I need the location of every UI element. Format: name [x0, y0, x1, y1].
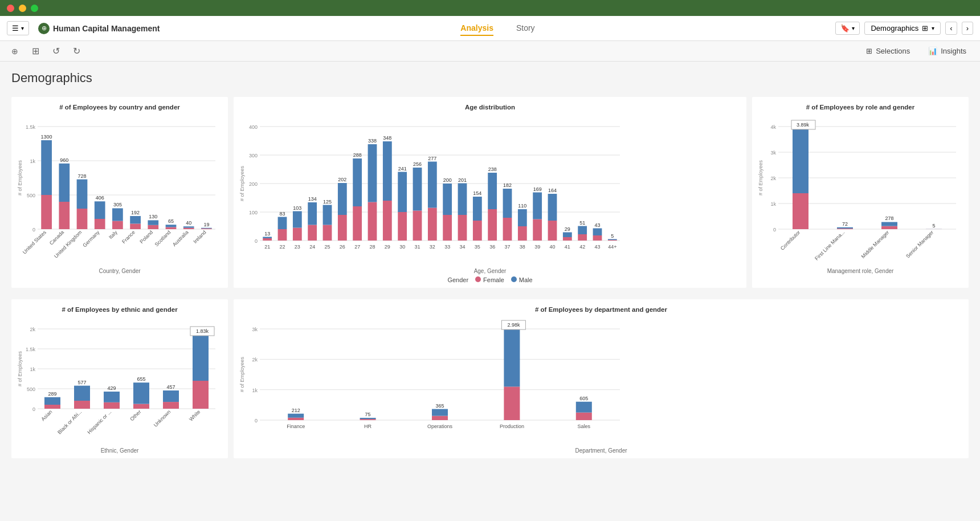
bookmark-button[interactable]: 🔖 ▾: [835, 22, 860, 35]
svg-rect-208: [133, 404, 149, 409]
bookmark-icon: 🔖: [840, 24, 850, 32]
svg-text:Finance: Finance: [287, 424, 305, 429]
svg-text:429: 429: [107, 385, 116, 391]
maximize-button[interactable]: [31, 5, 38, 12]
minimize-button[interactable]: [19, 5, 26, 12]
svg-rect-68: [293, 228, 302, 241]
svg-rect-132: [533, 219, 542, 241]
svg-rect-244: [504, 329, 520, 386]
role-gender-title: # of Employees by role and gender: [757, 104, 964, 111]
svg-text:France: France: [121, 229, 136, 245]
menu-button[interactable]: ☰ ▾: [7, 21, 29, 35]
svg-text:24: 24: [309, 244, 315, 250]
svg-rect-235: [360, 419, 376, 420]
svg-text:39: 39: [534, 244, 540, 250]
close-button[interactable]: [7, 5, 14, 12]
svg-text:Germany: Germany: [81, 229, 101, 249]
svg-rect-236: [360, 418, 376, 419]
svg-text:Production: Production: [500, 424, 524, 429]
svg-text:21: 21: [264, 244, 270, 250]
svg-text:1k: 1k: [252, 388, 258, 393]
smart-search-button[interactable]: ⊕: [7, 43, 23, 59]
svg-rect-148: [593, 235, 602, 241]
ethnic-axis-label: Ethnic, Gender: [16, 447, 223, 454]
svg-text:35: 35: [475, 244, 480, 250]
svg-rect-205: [104, 392, 120, 402]
svg-rect-17: [77, 209, 88, 229]
next-button[interactable]: ›: [962, 22, 973, 35]
svg-rect-120: [488, 209, 497, 241]
svg-rect-167: [793, 193, 808, 229]
svg-rect-129: [518, 209, 527, 226]
svg-text:0: 0: [255, 418, 258, 424]
svg-text:Black or Afri...: Black or Afri...: [56, 409, 83, 435]
svg-text:# of Employees: # of Employees: [17, 351, 23, 386]
svg-text:First Line Mana...: First Line Mana...: [814, 229, 846, 261]
forward-icon: ↻: [73, 46, 80, 56]
svg-rect-30: [130, 216, 141, 223]
svg-rect-231: [288, 418, 304, 420]
svg-rect-73: [308, 202, 317, 225]
back-button[interactable]: ↺: [48, 43, 64, 59]
svg-text:200: 200: [443, 177, 452, 183]
svg-text:728: 728: [77, 173, 86, 179]
svg-text:Contributor: Contributor: [779, 229, 802, 251]
svg-rect-92: [383, 201, 392, 241]
svg-text:338: 338: [368, 138, 377, 144]
svg-text:200: 200: [249, 181, 258, 187]
svg-rect-84: [353, 206, 362, 241]
svg-text:30: 30: [399, 244, 405, 250]
svg-rect-104: [428, 208, 437, 241]
svg-rect-113: [458, 184, 467, 215]
svg-text:Senior Manager: Senior Manager: [905, 229, 934, 259]
svg-text:0: 0: [773, 227, 776, 233]
clear-selections-button[interactable]: ⊞: [27, 43, 43, 59]
svg-rect-37: [166, 227, 177, 229]
svg-rect-200: [74, 401, 90, 409]
svg-text:1k: 1k: [770, 201, 776, 207]
tab-story[interactable]: Story: [516, 21, 535, 36]
svg-rect-88: [368, 202, 377, 241]
svg-text:130: 130: [149, 214, 157, 219]
svg-text:65: 65: [168, 218, 174, 224]
svg-rect-176: [881, 222, 897, 226]
svg-rect-108: [443, 215, 452, 241]
svg-text:305: 305: [113, 202, 122, 207]
svg-text:288: 288: [353, 152, 362, 158]
svg-text:40: 40: [549, 244, 555, 250]
ethnic-gender-area: 05001k1.5k2k# of Employees289Asian577Bla…: [16, 318, 223, 445]
insights-button[interactable]: 📊 Insights: [921, 44, 973, 58]
svg-rect-96: [398, 212, 407, 241]
svg-text:White: White: [188, 409, 201, 422]
svg-text:0: 0: [32, 227, 35, 233]
svg-text:202: 202: [338, 177, 346, 182]
svg-text:72: 72: [842, 221, 848, 227]
toolbar-right: 🔖 ▾ Demographics ⊞ ▾ ‹ ›: [835, 22, 973, 35]
sheet-icon: ⊞: [922, 24, 928, 32]
svg-text:Hispanic or ...: Hispanic or ...: [86, 409, 112, 435]
title-bar: [0, 0, 980, 16]
svg-text:577: 577: [77, 380, 86, 385]
svg-text:United States: United States: [22, 229, 48, 255]
app-logo-icon: ⊕: [38, 23, 50, 34]
svg-rect-65: [278, 217, 287, 230]
svg-text:26: 26: [340, 244, 345, 250]
demographics-button[interactable]: Demographics ⊞ ▾: [864, 22, 941, 35]
back-icon: ↺: [52, 46, 60, 56]
svg-text:Operations: Operations: [427, 424, 453, 429]
svg-text:Unknown: Unknown: [153, 409, 172, 428]
svg-rect-125: [503, 189, 512, 218]
svg-rect-38: [166, 225, 177, 227]
svg-text:0: 0: [255, 238, 258, 244]
app-logo: ⊕ Human Capital Management: [38, 23, 160, 34]
legend-label: Gender: [447, 276, 468, 283]
selections-button[interactable]: ⊞ Selections: [859, 44, 917, 58]
svg-rect-145: [578, 226, 587, 235]
svg-rect-152: [608, 240, 617, 241]
prev-button[interactable]: ‹: [945, 22, 957, 35]
tab-analysis[interactable]: Analysis: [460, 21, 493, 36]
forward-button[interactable]: ↻: [68, 43, 84, 59]
svg-text:32: 32: [430, 244, 435, 250]
dept-axis-label: Department, Gender: [238, 447, 964, 454]
svg-text:605: 605: [579, 396, 588, 401]
